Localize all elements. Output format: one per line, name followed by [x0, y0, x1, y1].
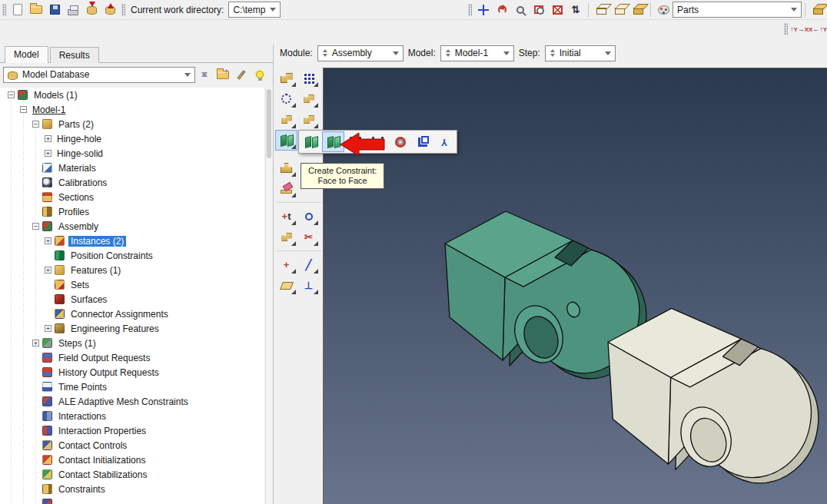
- toolbar-grip[interactable]: [121, 4, 125, 16]
- parent-folder-button[interactable]: [214, 66, 232, 83]
- translate-instance-button[interactable]: [297, 88, 320, 109]
- display-group-combo[interactable]: Parts: [673, 2, 802, 18]
- tree-item-connector-assignments[interactable]: Connector Assignments: [0, 307, 264, 321]
- db-save-button[interactable]: [82, 2, 101, 18]
- chevron-down-icon[interactable]: [390, 48, 401, 59]
- tree-item-engineering-features[interactable]: +Engineering Features: [0, 321, 264, 336]
- tree-item-steps-1[interactable]: +Steps (1): [0, 336, 264, 350]
- expand-icon[interactable]: +: [45, 135, 51, 142]
- chevron-down-icon[interactable]: [182, 69, 193, 81]
- datum-point-button[interactable]: +: [275, 254, 297, 275]
- tab-model[interactable]: Model: [5, 46, 48, 63]
- spinner-icon[interactable]: [550, 47, 556, 59]
- collapse-icon[interactable]: −: [20, 106, 27, 113]
- toolbar-grip[interactable]: [784, 23, 788, 35]
- merge-cut-instances-button[interactable]: [275, 158, 297, 178]
- box-zoom-button[interactable]: [530, 2, 548, 18]
- tree-item-interaction-properties[interactable]: Interaction Properties: [0, 423, 264, 438]
- spinner-icon[interactable]: [445, 47, 452, 59]
- tree-item-history-output-requests[interactable]: History Output Requests: [0, 365, 264, 380]
- magnify-view-button[interactable]: [511, 2, 530, 18]
- cycle-views-button[interactable]: ⇅: [566, 2, 585, 18]
- toolbar-grip[interactable]: [468, 4, 472, 16]
- save-button[interactable]: [45, 2, 64, 18]
- create-constraint-button[interactable]: [275, 130, 297, 151]
- translate-numeric-button[interactable]: +t: [275, 206, 297, 227]
- tree-item-contact-controls[interactable]: Contact Controls: [0, 438, 264, 453]
- tree-item-time-points[interactable]: Time Points: [0, 380, 264, 394]
- collapse-icon[interactable]: −: [8, 91, 15, 98]
- tree-item-instances-2[interactable]: +Instances (2): [0, 234, 264, 248]
- model-database-combo[interactable]: Model Database: [3, 67, 195, 83]
- auto-fit-view-button[interactable]: [548, 2, 566, 18]
- expand-icon[interactable]: +: [45, 150, 51, 157]
- tree-item-ale-adaptive-mesh-constraints[interactable]: ALE Adaptive Mesh Constraints: [0, 394, 264, 409]
- constraint-parallel-csys-button[interactable]: Y: [433, 131, 456, 152]
- chevron-down-icon[interactable]: [267, 4, 278, 15]
- tree-item-materials[interactable]: Materials: [0, 161, 264, 175]
- new-file-button[interactable]: [8, 2, 27, 18]
- tree-item-features-1[interactable]: +Features (1): [0, 263, 264, 277]
- part-hinge-solid[interactable]: [608, 308, 819, 483]
- model-combo[interactable]: Model-1: [440, 45, 514, 61]
- work-directory-combo[interactable]: C:\temp: [228, 2, 281, 18]
- tree-item-position-constraints[interactable]: Position Constraints: [0, 248, 264, 263]
- tree-item-interactions[interactable]: Interactions: [0, 409, 264, 423]
- shaded-render-button[interactable]: [629, 2, 647, 18]
- constraint-coaxial-button[interactable]: [389, 131, 411, 152]
- edit-button[interactable]: [232, 66, 251, 83]
- view-front-button[interactable]: ↑Y→X: [790, 21, 809, 38]
- translate-to-button[interactable]: [297, 109, 320, 130]
- tree-spinner-button[interactable]: [195, 66, 214, 83]
- constraint-coincident-point-button[interactable]: [411, 131, 433, 152]
- pattern-instance-button[interactable]: [275, 227, 297, 247]
- hints-button[interactable]: [251, 66, 269, 83]
- tree-item-row[interactable]: [0, 496, 264, 504]
- cut-instance-button[interactable]: ✂: [297, 227, 320, 247]
- tree-item-parts-2[interactable]: −Parts (2): [0, 117, 264, 131]
- tree-scrollbar[interactable]: [265, 88, 272, 504]
- tree-item-calibrations[interactable]: Calibrations: [0, 175, 264, 190]
- rotate-view-button[interactable]: [493, 2, 511, 18]
- expand-icon[interactable]: +: [32, 340, 39, 346]
- color-code-palette-button[interactable]: [654, 2, 673, 18]
- tree-item-models-1[interactable]: −Models (1): [0, 88, 264, 102]
- datum-plane-button[interactable]: [275, 275, 297, 296]
- tree-item-contact-initializations[interactable]: Contact Initializations: [0, 453, 264, 467]
- spinner-icon[interactable]: [322, 47, 329, 59]
- collapse-icon[interactable]: −: [32, 223, 39, 230]
- linear-pattern-button[interactable]: [297, 68, 320, 88]
- tree-item-sections[interactable]: Sections: [0, 190, 264, 204]
- db-fetch-button[interactable]: [101, 2, 119, 18]
- tree-item-profiles[interactable]: Profiles: [0, 204, 264, 219]
- datum-csys-button[interactable]: ⊥: [297, 275, 320, 296]
- tree-item-sets[interactable]: Sets: [0, 277, 264, 292]
- tree-item-field-output-requests[interactable]: Field Output Requests: [0, 350, 264, 365]
- open-file-button[interactable]: [27, 2, 45, 18]
- hidden-line-render-button[interactable]: [610, 2, 629, 18]
- expand-icon[interactable]: +: [45, 237, 51, 244]
- convert-constraints-button[interactable]: [297, 206, 320, 227]
- create-instance-button[interactable]: [275, 68, 297, 88]
- pan-view-button[interactable]: [474, 2, 493, 18]
- constraint-parallel-face-button[interactable]: [300, 131, 322, 152]
- tree-item-surfaces[interactable]: Surfaces: [0, 292, 264, 307]
- tree-item-model-1[interactable]: −Model-1: [0, 102, 264, 117]
- tab-results[interactable]: Results: [50, 47, 99, 63]
- datum-axis-button[interactable]: ╱: [297, 254, 320, 275]
- chevron-down-icon[interactable]: [789, 4, 799, 15]
- step-combo[interactable]: Initial: [545, 45, 616, 61]
- rotate-instance-button[interactable]: [275, 109, 297, 130]
- tree-item-hinge-hole[interactable]: +Hinge-hole: [0, 131, 264, 146]
- wireframe-render-button[interactable]: [592, 2, 610, 18]
- tree-item-hinge-solid[interactable]: +Hinge-solid: [0, 146, 264, 161]
- delete-feature-button[interactable]: [275, 178, 297, 199]
- color-code-dialog-button[interactable]: [809, 2, 827, 18]
- view-back-button[interactable]: X←↑Y: [809, 21, 827, 38]
- tree-item-contact-stabilizations[interactable]: Contact Stabilizations: [0, 467, 264, 482]
- tree-item-assembly[interactable]: −Assembly: [0, 219, 264, 234]
- chevron-down-icon[interactable]: [603, 48, 613, 59]
- print-button[interactable]: [64, 2, 82, 18]
- expand-icon[interactable]: +: [45, 325, 51, 332]
- scrollbar-thumb[interactable]: [267, 89, 271, 158]
